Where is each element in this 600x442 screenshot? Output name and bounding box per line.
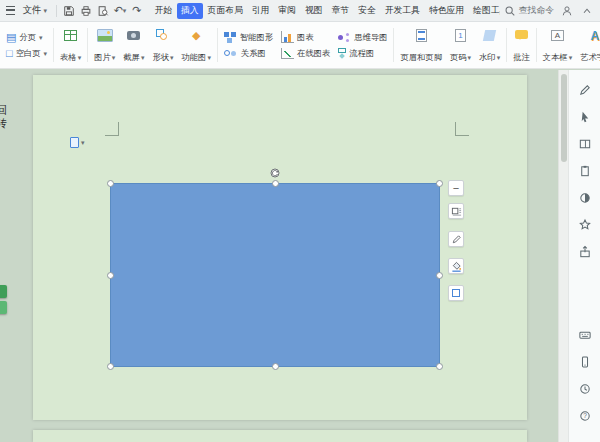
word-art-icon: A bbox=[591, 30, 600, 42]
blank-page-button[interactable]: □ 空白页 ▾ bbox=[6, 48, 47, 59]
table-icon bbox=[64, 30, 77, 41]
undo-icon: ↶ bbox=[114, 5, 123, 16]
layout-options-button[interactable] bbox=[448, 203, 464, 219]
online-chart-button[interactable]: 在线图表 bbox=[281, 48, 330, 59]
camera-icon bbox=[127, 31, 140, 40]
tab-insert[interactable]: 插入 bbox=[177, 3, 203, 19]
comment-button[interactable]: 批注 bbox=[510, 25, 533, 65]
save-icon bbox=[63, 5, 75, 17]
screenshot-button[interactable]: 截屏▾ bbox=[120, 25, 147, 65]
shapes-button[interactable]: 形状▾ bbox=[149, 25, 176, 65]
text-box-button[interactable]: A 文本框▾ bbox=[540, 25, 575, 65]
contrast-button[interactable] bbox=[577, 190, 592, 205]
hamburger-menu-icon[interactable] bbox=[6, 6, 15, 15]
select-tool-button[interactable] bbox=[577, 109, 592, 124]
collapse-ribbon-button[interactable] bbox=[579, 3, 594, 19]
chart-button[interactable]: 图表 bbox=[281, 31, 330, 43]
relation-diagram-icon bbox=[224, 50, 230, 56]
print-button[interactable] bbox=[80, 3, 93, 19]
word-art-button[interactable]: A 艺术字▾ bbox=[577, 25, 600, 65]
clipboard-button[interactable] bbox=[577, 163, 592, 178]
tab-special-features[interactable]: 特色应用 bbox=[425, 3, 468, 19]
tab-page-layout[interactable]: 页面布局 bbox=[204, 3, 247, 19]
tab-developer-tools[interactable]: 开发工具 bbox=[381, 3, 424, 19]
edit-style-button[interactable] bbox=[448, 231, 464, 247]
tab-section[interactable]: 章节 bbox=[328, 3, 354, 19]
picture-label: 图片 bbox=[94, 52, 111, 63]
help-button[interactable]: ? bbox=[577, 408, 592, 423]
wps-writer-window: 文件 ▾ ↶ ▾ ↷ 开始 插入 页面布局 引用 审阅 视图 章节 安全 bbox=[0, 0, 600, 442]
keyboard-button[interactable] bbox=[577, 327, 592, 342]
menubar: 文件 ▾ ↶ ▾ ↷ 开始 插入 页面布局 引用 审阅 视图 章节 安全 bbox=[0, 0, 600, 22]
chevron-down-icon: ▾ bbox=[39, 34, 43, 41]
resize-handle-top-right[interactable] bbox=[436, 180, 443, 187]
redo-button[interactable]: ↷ bbox=[130, 3, 143, 19]
panel-toggle-button[interactable] bbox=[577, 136, 592, 151]
menubar-right: 查找命令 bbox=[504, 3, 594, 19]
share-button[interactable] bbox=[577, 244, 592, 259]
mobile-button[interactable] bbox=[577, 354, 592, 369]
page-break-button[interactable]: ▤ 分页 ▾ bbox=[6, 32, 47, 43]
fill-color-button[interactable] bbox=[448, 258, 464, 274]
scrollbar-thumb[interactable] bbox=[561, 74, 567, 162]
tab-home[interactable]: 开始 bbox=[150, 3, 176, 19]
flow-chart-label: 流程图 bbox=[349, 48, 374, 59]
chevron-down-icon: ▾ bbox=[81, 139, 85, 146]
person-icon bbox=[561, 5, 573, 17]
resize-handle-top-middle[interactable] bbox=[272, 180, 279, 187]
collapse-toolbar-button[interactable]: − bbox=[448, 180, 464, 196]
rotate-handle[interactable] bbox=[270, 168, 280, 178]
header-footer-button[interactable]: 页眉和页脚 bbox=[397, 25, 444, 65]
relation-diagram-button[interactable]: 关系图 bbox=[224, 48, 273, 59]
picture-button[interactable]: 图片▾ bbox=[91, 25, 118, 65]
watermark-button[interactable]: 水印▾ bbox=[476, 25, 503, 65]
file-menu-button[interactable]: 文件 ▾ bbox=[19, 2, 50, 19]
smart-graphic-icon bbox=[224, 32, 229, 37]
online-chart-label: 在线图表 bbox=[297, 48, 330, 59]
flow-chart-button[interactable]: 流程图 bbox=[338, 48, 387, 59]
share-icon bbox=[578, 245, 592, 259]
picture-icon bbox=[97, 29, 113, 42]
tab-review[interactable]: 审阅 bbox=[274, 3, 300, 19]
resize-handle-bottom-middle[interactable] bbox=[272, 363, 279, 370]
table-button[interactable]: 表格▾ bbox=[57, 25, 84, 65]
undo-button[interactable]: ↶ ▾ bbox=[114, 3, 127, 19]
print-preview-button[interactable] bbox=[97, 3, 110, 19]
chevron-down-icon: ▾ bbox=[497, 54, 501, 61]
favorite-button[interactable] bbox=[577, 217, 592, 232]
page-options-button[interactable]: ▾ bbox=[70, 137, 85, 148]
selected-shape[interactable] bbox=[110, 183, 440, 367]
vertical-scrollbar[interactable] bbox=[558, 70, 568, 442]
document-page-2[interactable] bbox=[33, 430, 527, 442]
tab-drawing-tools[interactable]: 绘图工具 bbox=[469, 3, 500, 19]
tab-security[interactable]: 安全 bbox=[354, 3, 380, 19]
search-label: 查找命令 bbox=[519, 5, 554, 17]
divider bbox=[393, 28, 394, 62]
tab-view[interactable]: 视图 bbox=[301, 3, 327, 19]
save-button[interactable] bbox=[63, 3, 76, 19]
resize-handle-middle-right[interactable] bbox=[436, 272, 443, 279]
document-canvas[interactable]: 回 转 ▾ bbox=[0, 70, 558, 442]
resize-handle-bottom-left[interactable] bbox=[107, 363, 114, 370]
account-button[interactable] bbox=[559, 3, 574, 19]
minus-icon: − bbox=[453, 183, 459, 194]
outline-square-icon bbox=[452, 289, 460, 297]
resize-handle-middle-left[interactable] bbox=[107, 272, 114, 279]
edit-tool-button[interactable] bbox=[577, 82, 592, 97]
file-menu-label: 文件 bbox=[22, 4, 41, 17]
right-sidebar: ? bbox=[568, 70, 600, 442]
print-preview-icon bbox=[97, 5, 109, 17]
outline-button[interactable] bbox=[448, 285, 464, 301]
history-button[interactable] bbox=[577, 381, 592, 396]
search-command-box[interactable]: 查找命令 bbox=[504, 5, 554, 17]
resize-handle-top-left[interactable] bbox=[107, 180, 114, 187]
function-diagram-label: 功能图 bbox=[182, 52, 207, 63]
tab-references[interactable]: 引用 bbox=[248, 3, 274, 19]
resize-handle-bottom-right[interactable] bbox=[436, 363, 443, 370]
smart-graphic-button[interactable]: 智能图形 bbox=[224, 32, 273, 43]
page-number-button[interactable]: 1 页码▾ bbox=[447, 25, 474, 65]
function-diagram-button[interactable]: ◆ 功能图▾ bbox=[179, 25, 214, 65]
flow-chart-icon bbox=[338, 48, 346, 53]
mind-map-button[interactable]: 思维导图 bbox=[338, 32, 387, 43]
page-number-icon: 1 bbox=[455, 29, 466, 42]
